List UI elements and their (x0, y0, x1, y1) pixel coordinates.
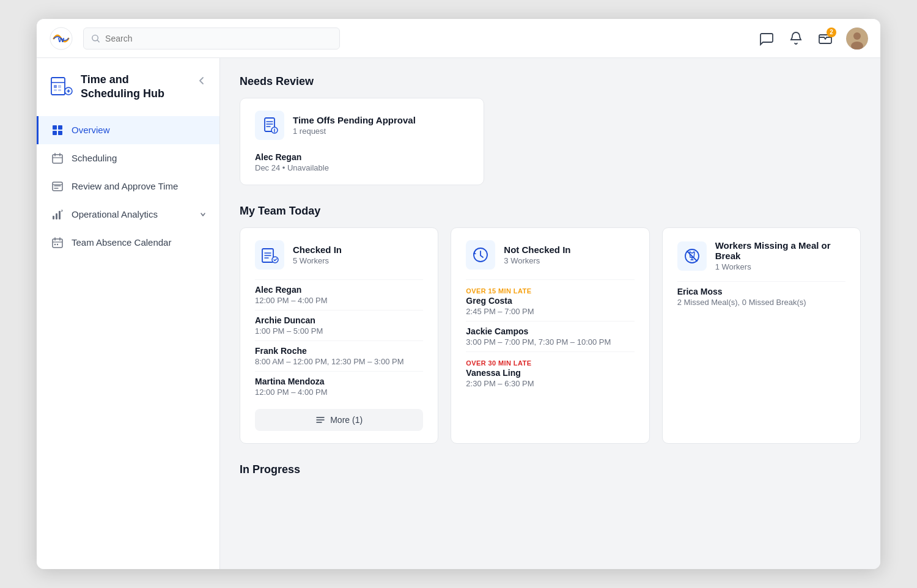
search-bar[interactable] (83, 28, 340, 50)
sidebar: Time and Scheduling Hub (37, 58, 220, 569)
topbar: w (37, 19, 880, 58)
user-avatar[interactable] (846, 28, 868, 50)
worker-time: 1:00 PM – 5:00 PM (255, 326, 423, 336)
missing-meal-break-header-text: Workers Missing a Meal or Break 1 Worker… (715, 240, 845, 271)
more-button[interactable]: More (1) (255, 409, 423, 431)
app-window: w (37, 19, 880, 569)
more-button-label: More (1) (330, 415, 363, 425)
worker-entry: Frank Roche 8:00 AM – 12:00 PM, 12:30 PM… (255, 340, 423, 371)
needs-review-card-subtitle: 1 request (293, 127, 416, 136)
missing-meal-break-count: 1 Workers (715, 262, 845, 271)
needs-review-card-header: Time Offs Pending Approval 1 request (255, 111, 469, 140)
sidebar-item-label-overview: Overview (72, 125, 207, 135)
meal-break-card-icon (677, 241, 707, 271)
worker-entry: Erica Moss 2 Missed Meal(s), 0 Missed Br… (677, 281, 845, 312)
worker-name: Greg Costa (466, 296, 634, 306)
content-area: Needs Review (220, 58, 880, 569)
svg-rect-11 (54, 89, 57, 91)
worker-name: Erica Moss (677, 287, 845, 296)
svg-rect-17 (53, 155, 62, 163)
sidebar-item-label-analytics: Operational Analytics (72, 209, 191, 219)
needs-review-title: Needs Review (240, 75, 861, 88)
sidebar-item-label-review: Review and Approve Time (72, 181, 207, 191)
svg-rect-16 (58, 131, 62, 135)
worker-entry: Jackie Campos 3:00 PM – 7:00 PM, 7:30 PM… (466, 321, 634, 351)
search-input[interactable] (105, 34, 332, 43)
worker-entry: OVER 30 MIN LATE Vanessa Ling 2:30 PM – … (466, 351, 634, 393)
svg-rect-15 (53, 131, 57, 135)
worker-time: 12:00 PM – 4:00 PM (255, 296, 423, 305)
late-badge-orange: OVER 15 MIN LATE (466, 287, 531, 295)
checked-in-card: Checked In 5 Workers Alec Regan 12:00 PM… (240, 227, 438, 444)
worker-entry: Martina Mendoza 12:00 PM – 4:00 PM (255, 371, 423, 402)
main-layout: Time and Scheduling Hub (37, 58, 880, 569)
not-checked-in-header: Not Checked In 3 Workers (466, 240, 634, 270)
my-team-today-section: My Team Today (240, 205, 861, 444)
absence-calendar-icon (51, 236, 64, 249)
svg-point-5 (853, 32, 861, 40)
in-progress-title: In Progress (240, 463, 861, 476)
worker-name: Alec Regan (255, 285, 423, 295)
needs-review-person-detail: Dec 24 • Unavailable (255, 163, 469, 172)
worker-entry: Alec Regan 12:00 PM – 4:00 PM (255, 279, 423, 310)
missing-meal-break-title: Workers Missing a Meal or Break (715, 240, 845, 261)
worker-time: 12:00 PM – 4:00 PM (255, 388, 423, 397)
notification-icon[interactable] (787, 30, 805, 47)
sidebar-item-label-absence: Team Absence Calendar (72, 237, 207, 248)
inbox-badge: 2 (827, 28, 836, 37)
worker-name: Jackie Campos (466, 326, 634, 336)
worker-time: 2:30 PM – 6:30 PM (466, 379, 634, 388)
inbox-icon[interactable]: 2 (817, 30, 834, 47)
worker-entry: Archie Duncan 1:00 PM – 5:00 PM (255, 310, 423, 340)
checked-in-header: Checked In 5 Workers (255, 240, 423, 270)
sidebar-item-label-scheduling: Scheduling (72, 153, 207, 163)
worker-entry: OVER 15 MIN LATE Greg Costa 2:45 PM – 7:… (466, 279, 634, 321)
not-checked-in-title: Not Checked In (504, 244, 570, 255)
overview-icon (51, 123, 64, 137)
time-off-card-icon (255, 111, 284, 140)
svg-rect-21 (59, 211, 61, 219)
sidebar-item-scheduling[interactable]: Scheduling (37, 144, 219, 172)
sidebar-collapse-button[interactable] (196, 75, 207, 86)
worker-name: Frank Roche (255, 346, 423, 356)
svg-rect-12 (58, 89, 61, 91)
needs-review-card[interactable]: Time Offs Pending Approval 1 request Ale… (240, 98, 484, 185)
svg-point-23 (54, 244, 56, 245)
svg-rect-18 (53, 182, 62, 191)
sidebar-item-team-absence[interactable]: Team Absence Calendar (37, 229, 219, 257)
my-team-today-title: My Team Today (240, 205, 861, 218)
needs-review-person-name: Alec Regan (255, 152, 469, 162)
worker-time: 3:00 PM – 7:00 PM, 7:30 PM – 10:00 PM (466, 337, 634, 347)
worker-name: Vanessa Ling (466, 368, 634, 378)
worker-time: 2:45 PM – 7:00 PM (466, 307, 634, 316)
chat-icon[interactable] (758, 30, 775, 47)
svg-rect-13 (53, 125, 57, 130)
sidebar-hub-icon (49, 74, 73, 98)
worker-time: 8:00 AM – 12:00 PM, 12:30 PM – 3:00 PM (255, 357, 423, 366)
svg-text:w: w (57, 35, 65, 44)
worker-name: Martina Mendoza (255, 377, 423, 386)
sidebar-item-overview[interactable]: Overview (37, 116, 219, 144)
analytics-chevron-icon (199, 210, 207, 219)
in-progress-section: In Progress (240, 463, 861, 476)
analytics-icon (51, 208, 64, 221)
review-approve-icon (51, 180, 64, 193)
checked-in-count: 5 Workers (293, 256, 342, 265)
svg-point-24 (57, 244, 58, 245)
more-list-icon (315, 415, 325, 425)
not-checked-in-icon (466, 240, 495, 270)
checked-in-title: Checked In (293, 244, 342, 255)
svg-rect-20 (56, 213, 57, 219)
worker-time: 2 Missed Meal(s), 0 Missed Break(s) (677, 298, 845, 307)
sidebar-item-review-approve-time[interactable]: Review and Approve Time (37, 172, 219, 200)
sidebar-header: Time and Scheduling Hub (37, 73, 219, 116)
svg-rect-14 (58, 125, 62, 130)
workday-logo[interactable]: w (49, 26, 73, 51)
not-checked-in-count: 3 Workers (504, 256, 570, 265)
checked-in-header-text: Checked In 5 Workers (293, 244, 342, 265)
svg-point-27 (274, 131, 275, 133)
not-checked-in-header-text: Not Checked In 3 Workers (504, 244, 570, 265)
sidebar-nav: Overview Scheduling (37, 116, 219, 257)
sidebar-item-operational-analytics[interactable]: Operational Analytics (37, 200, 219, 229)
late-badge-red: OVER 30 MIN LATE (466, 359, 531, 367)
